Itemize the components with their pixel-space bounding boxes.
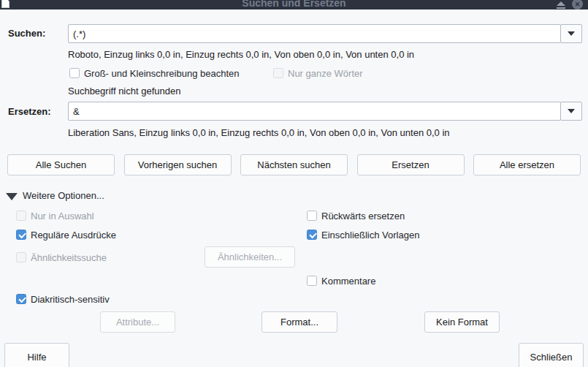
checkbox-comments[interactable]: Kommentare [307,275,375,287]
shade-window-icon[interactable] [555,0,567,9]
checkbox-only-selection[interactable]: Nur in Auswahl [16,210,94,222]
checkbox-label: Reguläre Ausdrücke [31,230,116,241]
checkbox-box [273,68,283,78]
search-dropdown-button[interactable] [560,24,582,43]
checkbox-label: Ähnlichkeitssuche [31,252,107,263]
search-format-info: Roboto, Einzug links 0,0 in, Einzug rech… [68,49,414,60]
checkbox-label: Kommentare [321,276,375,287]
checkbox-box [69,68,80,78]
find-next-button[interactable]: Nächsten suchen [240,154,348,175]
shade-bar [557,7,565,9]
replace-all-button[interactable]: Alle ersetzen [473,154,581,175]
close-button[interactable]: Schließen [519,343,584,367]
replace-format-info: Liberation Sans, Einzug links 0,0 in, Ei… [68,127,450,138]
checkbox-box [16,294,26,304]
checkbox-label: Nur ganze Wörter [288,68,363,79]
checkbox-box [16,211,26,221]
chevron-down-icon [568,109,575,113]
attributes-button[interactable]: Attribute... [100,311,175,333]
checkbox-label: Diakritisch-sensitiv [31,294,110,305]
search-label: Suchen: [8,28,45,39]
replace-button[interactable]: Ersetzen [357,154,465,175]
checkbox-replace-backwards[interactable]: Rückwärts ersetzen [307,210,405,222]
titlebar: Suchen und Ersetzen ✕ [0,0,588,10]
checkbox-box [16,252,26,262]
checkbox-diacritic-sensitive[interactable]: Diakritisch-sensitiv [16,293,110,305]
other-options-expander[interactable]: Weitere Optionen... [6,190,104,201]
find-all-button[interactable]: Alle Suchen [7,154,115,175]
checkbox-box [307,230,317,240]
checkbox-whole-words[interactable]: Nur ganze Wörter [273,67,363,79]
chevron-down-icon [568,31,575,36]
find-replace-dialog: Suchen und Ersetzen ✕ Suchen: Roboto, Ei… [0,0,588,367]
format-button[interactable]: Format... [261,311,337,333]
checkbox-label: Groß- und Kleinschreibung beachten [84,68,239,79]
checkbox-label: Rückwärts ersetzen [321,211,405,222]
checkbox-box [307,276,317,286]
replace-dropdown-button[interactable] [560,102,582,121]
search-status-message: Suchbegriff nicht gefunden [68,86,180,97]
action-button-row: Alle Suchen Vorherigen suchen Nächsten s… [7,154,581,175]
expander-label: Weitere Optionen... [23,190,104,201]
checkbox-label: Einschließlich Vorlagen [321,230,419,241]
window-title: Suchen und Ersetzen [0,0,588,9]
similarities-button[interactable]: Ähnlichkeiten... [205,246,295,268]
replace-label: Ersetzen: [8,106,51,117]
no-format-button[interactable]: Kein Format [424,311,500,333]
checkbox-regular-expressions[interactable]: Reguläre Ausdrücke [16,229,116,241]
checkbox-similarity-search[interactable]: Ähnlichkeitssuche [16,251,107,263]
checkbox-including-styles[interactable]: Einschließlich Vorlagen [307,229,419,241]
checkbox-label: Nur in Auswahl [31,211,94,222]
checkbox-match-case[interactable]: Groß- und Kleinschreibung beachten [69,67,239,79]
help-button[interactable]: Hilfe [4,343,69,367]
checkbox-box [16,230,26,240]
replace-input[interactable] [68,102,561,121]
shade-triangle [557,1,565,6]
close-icon[interactable]: ✕ [572,0,583,10]
expander-triangle-icon [6,193,18,200]
find-previous-button[interactable]: Vorherigen suchen [124,154,232,175]
search-input[interactable] [68,24,561,43]
checkbox-box [307,211,317,221]
